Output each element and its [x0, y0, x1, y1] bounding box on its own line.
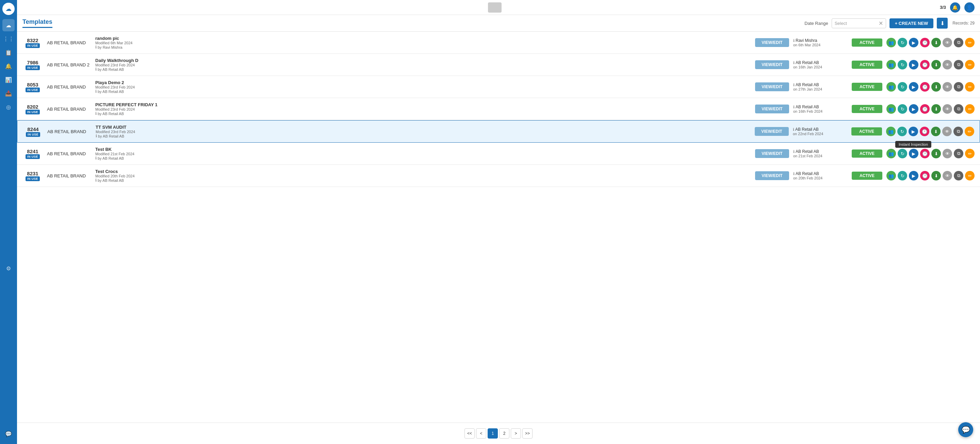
view-edit-button[interactable]: VIEW/EDIT	[755, 149, 789, 158]
template-by-text: by AB Retail AB	[98, 112, 124, 116]
eye-icon[interactable]: 👁	[943, 171, 952, 180]
clock-icon[interactable]: 🕐	[920, 38, 930, 47]
copy-icon[interactable]: ⧉	[954, 82, 963, 92]
brand-name: AB RETAIL BRAND	[47, 129, 92, 134]
group-icon[interactable]: 👥	[886, 60, 896, 69]
sidebar-item-gear[interactable]: ⚙	[2, 264, 14, 276]
pagination-last[interactable]: >>	[522, 428, 533, 439]
download-button[interactable]: ⬇	[937, 18, 948, 29]
sidebar-item-chat[interactable]: 💬	[2, 428, 14, 440]
copy-icon[interactable]: ⧉	[954, 149, 963, 158]
group-icon[interactable]: 👥	[886, 149, 896, 158]
edit-icon[interactable]: ✏	[965, 127, 974, 136]
info-icon: ℹ	[95, 67, 97, 72]
pagination: << < 1 2 > >>	[17, 423, 980, 444]
view-edit-button[interactable]: VIEW/EDIT	[755, 38, 789, 47]
sidebar-item-cloud[interactable]: ☁	[2, 19, 14, 31]
create-new-button[interactable]: + CREATE NEW	[889, 18, 934, 28]
clock-icon[interactable]: 🕐	[920, 82, 930, 92]
refresh-icon[interactable]: ↻	[898, 38, 907, 47]
download-action-icon[interactable]: ⬇	[931, 82, 941, 92]
eye-icon[interactable]: 👁	[943, 149, 952, 158]
date-range-clear-icon[interactable]: ✕	[876, 20, 883, 27]
status-badge: ACTIVE	[852, 83, 882, 91]
download-action-icon[interactable]: ⬇	[931, 171, 941, 180]
refresh-icon[interactable]: ↻	[897, 127, 907, 136]
eye-icon[interactable]: 👁	[943, 82, 952, 92]
view-edit-button[interactable]: VIEW/EDIT	[755, 171, 789, 180]
clock-icon[interactable]: 🕐	[920, 127, 929, 136]
template-title: Test BK	[95, 147, 751, 152]
brand-name: AB RETAIL BRAND	[47, 151, 91, 156]
download-action-icon[interactable]: ⬇	[931, 149, 941, 158]
copy-icon[interactable]: ⧉	[954, 171, 963, 180]
assigned-info: ℹ Ravi Mishra on 6th Mar 2024	[793, 38, 848, 47]
clock-icon[interactable]: 🕐	[920, 104, 930, 114]
group-icon[interactable]: 👥	[886, 38, 896, 47]
play-icon[interactable]: ▶	[909, 171, 918, 180]
clock-icon[interactable]: 🕐	[920, 149, 930, 158]
download-action-icon[interactable]: ⬇	[931, 104, 941, 114]
group-icon[interactable]: 👥	[886, 104, 896, 114]
download-action-icon[interactable]: ⬇	[931, 127, 940, 136]
view-edit-button[interactable]: VIEW/EDIT	[755, 127, 789, 136]
refresh-icon[interactable]: ↻	[898, 104, 907, 114]
view-edit-button[interactable]: VIEW/EDIT	[755, 105, 789, 113]
clock-icon[interactable]: 🕐	[920, 60, 930, 69]
sidebar-item-document[interactable]: 📋	[2, 46, 14, 59]
group-icon[interactable]: 👥	[886, 127, 896, 136]
refresh-icon[interactable]: ↻	[898, 82, 907, 92]
view-edit-button[interactable]: VIEW/EDIT	[755, 82, 789, 91]
play-icon[interactable]: ▶	[909, 82, 918, 92]
edit-icon[interactable]: ✏	[965, 60, 975, 69]
action-icons: 👥 ↻ ▶ 🕐 ⬇ 👁 ⧉ ✏	[886, 104, 975, 114]
refresh-icon[interactable]: ↻	[898, 149, 907, 158]
refresh-icon[interactable]: ↻	[898, 60, 907, 69]
sidebar-item-chart[interactable]: 📊	[2, 73, 14, 86]
edit-icon[interactable]: ✏	[965, 82, 975, 92]
pagination-page-1[interactable]: 1	[488, 428, 498, 439]
refresh-icon[interactable]: ↻	[898, 171, 907, 180]
download-action-icon[interactable]: ⬇	[931, 60, 941, 69]
group-icon[interactable]: 👥	[886, 171, 896, 180]
pagination-prev[interactable]: <	[476, 428, 486, 439]
play-icon[interactable]: ▶	[908, 127, 918, 136]
copy-icon[interactable]: ⧉	[954, 104, 963, 114]
download-action-icon[interactable]: ⬇	[931, 38, 941, 47]
play-icon[interactable]: ▶	[909, 149, 918, 158]
copy-icon[interactable]: ⧉	[954, 38, 963, 47]
copy-icon[interactable]: ⧉	[954, 60, 963, 69]
eye-icon[interactable]: 👁	[943, 38, 952, 47]
chat-fab-button[interactable]: 💬	[958, 422, 973, 437]
edit-icon[interactable]: ✏	[965, 104, 975, 114]
pagination-first[interactable]: <<	[465, 428, 475, 439]
pagination-page-2[interactable]: 2	[499, 428, 509, 439]
status-badge: ACTIVE	[851, 127, 882, 136]
group-icon[interactable]: 👥	[886, 82, 896, 92]
assigned-user-name: AB Retail AB	[795, 105, 819, 109]
sidebar-logo[interactable]: ☁	[2, 3, 14, 15]
eye-icon[interactable]: 👁	[943, 60, 952, 69]
template-modified: Modified 23rd Feb 2024	[95, 130, 751, 134]
notifications-icon[interactable]: 🔔	[950, 2, 960, 13]
play-icon[interactable]: ▶	[909, 104, 918, 114]
user-avatar[interactable]: 👤	[964, 2, 975, 13]
play-icon[interactable]: ▶	[909, 38, 918, 47]
template-id: 7986	[27, 59, 38, 65]
sidebar-item-inbox[interactable]: 📥	[2, 87, 14, 99]
pagination-next[interactable]: >	[511, 428, 521, 439]
eye-icon[interactable]: 👁	[942, 127, 952, 136]
edit-icon[interactable]: ✏	[965, 171, 975, 180]
view-edit-button[interactable]: VIEW/EDIT	[755, 60, 789, 69]
date-range-select[interactable]: Select ✕	[832, 18, 886, 28]
edit-icon[interactable]: ✏	[965, 149, 975, 158]
play-icon[interactable]: ▶	[909, 60, 918, 69]
edit-icon[interactable]: ✏	[965, 38, 975, 47]
assigned-date: on 21st Feb 2024	[793, 154, 848, 158]
sidebar-item-bell[interactable]: 🔔	[2, 60, 14, 72]
sidebar-item-circle[interactable]: ◎	[2, 101, 14, 113]
clock-icon[interactable]: 🕐	[920, 171, 930, 180]
eye-icon[interactable]: 👁	[943, 104, 952, 114]
copy-icon[interactable]: ⧉	[953, 127, 963, 136]
sidebar-item-grid[interactable]: ⋮⋮	[2, 33, 14, 45]
